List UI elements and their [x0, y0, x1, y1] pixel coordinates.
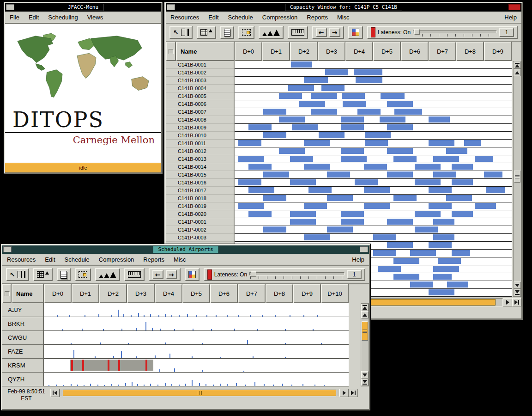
airports-vertical-scrollbar[interactable]: [361, 303, 369, 386]
gantt-bar[interactable]: [433, 234, 454, 240]
menu-item-schedule[interactable]: Schedule: [228, 14, 253, 21]
grid-inspect-button[interactable]: [197, 26, 216, 39]
gantt-bar[interactable]: [327, 226, 353, 232]
gantt-bar[interactable]: [429, 289, 454, 295]
select-all-header[interactable]: [2, 284, 12, 303]
gantt-bar[interactable]: [263, 109, 286, 115]
scroll-bottom-button[interactable]: [361, 379, 369, 386]
gantt-bar[interactable]: [438, 258, 461, 264]
gantt-bar[interactable]: [290, 179, 316, 185]
gantt-bar[interactable]: [452, 211, 473, 217]
gantt-row-label[interactable]: C141B-0012: [166, 147, 235, 155]
gantt-bar[interactable]: [387, 242, 413, 248]
grid-inspect-button[interactable]: [33, 268, 53, 281]
menu-item-edit[interactable]: Edit: [208, 14, 218, 21]
gantt-row-label[interactable]: C141B-0004: [166, 85, 235, 92]
gantt-bar[interactable]: [279, 148, 305, 154]
gantt-bar[interactable]: [387, 171, 413, 177]
select-tool-group[interactable]: ↖: [6, 268, 29, 281]
gantt-bar[interactable]: [311, 93, 337, 99]
menu-item-file[interactable]: File: [10, 14, 19, 21]
menu-item-help[interactable]: Help: [504, 14, 517, 21]
color-grid-button[interactable]: [185, 268, 200, 281]
hscroll-end-button[interactable]: [512, 298, 521, 306]
scroll-trough[interactable]: [361, 318, 369, 371]
menu-item-resources[interactable]: Resources: [170, 14, 199, 21]
airport-row-label[interactable]: FAZE: [2, 345, 44, 359]
gantt-bar[interactable]: [263, 226, 286, 232]
gantt-bar[interactable]: [486, 187, 505, 193]
scroll-right-button[interactable]: →: [329, 28, 340, 37]
gantt-bar[interactable]: [393, 258, 419, 264]
gantt-bar[interactable]: [311, 109, 337, 115]
day-column-header-d+1[interactable]: D+1: [72, 284, 99, 303]
maximize-gadget[interactable]: [360, 246, 368, 252]
gantt-bar[interactable]: [429, 116, 450, 122]
copy-page-button[interactable]: [220, 26, 234, 39]
slider-handle[interactable]: [251, 271, 256, 277]
gantt-bar[interactable]: [248, 124, 272, 130]
gantt-bar[interactable]: [248, 211, 272, 217]
scroll-trough[interactable]: [514, 76, 521, 281]
hscroll-trough[interactable]: [60, 389, 339, 397]
gantt-bar[interactable]: [304, 234, 330, 240]
airports-horizontal-scrollbar[interactable]: [50, 388, 358, 398]
gantt-bar[interactable]: [304, 203, 327, 209]
gantt-bar[interactable]: [364, 203, 390, 209]
airports-titlebar[interactable]: Scheduled Airports: [2, 245, 369, 254]
gantt-bar[interactable]: [290, 156, 313, 162]
gantt-bar[interactable]: [433, 266, 459, 272]
gantt-bar[interactable]: [373, 250, 396, 256]
gantt-bar[interactable]: [387, 101, 413, 107]
gantt-row-label[interactable]: C141B-0014: [166, 163, 235, 171]
gantt-bar[interactable]: [304, 140, 330, 146]
scroll-top-button[interactable]: [514, 61, 521, 69]
region-select-button[interactable]: [75, 268, 91, 281]
hscroll-end-button[interactable]: [349, 389, 358, 397]
gantt-bar[interactable]: [415, 164, 441, 170]
gantt-bar[interactable]: [429, 203, 452, 209]
color-grid-button[interactable]: [348, 26, 363, 39]
gantt-bar[interactable]: [378, 266, 401, 272]
day-column-header-d+6[interactable]: D+6: [210, 284, 238, 303]
gantt-row-label[interactable]: C141B-0015: [166, 171, 235, 179]
gantt-bar[interactable]: [248, 164, 272, 170]
scroll-bottom-button[interactable]: [514, 289, 521, 296]
gantt-bar[interactable]: [415, 226, 438, 232]
scroll-top-button[interactable]: [361, 304, 369, 311]
menu-item-views[interactable]: Views: [87, 14, 103, 21]
slider-handle[interactable]: [414, 29, 420, 35]
gantt-row-label[interactable]: C141B-0011: [166, 140, 235, 147]
gantt-bar[interactable]: [288, 85, 314, 91]
scroll-left-button[interactable]: ←: [316, 28, 327, 37]
gantt-row-label[interactable]: C141B-0009: [166, 124, 235, 132]
gantt-row-label[interactable]: C141B-0018: [166, 195, 235, 202]
menu-item-reports[interactable]: Reports: [143, 256, 164, 263]
window-menu-gadget[interactable]: [3, 246, 12, 252]
capacity-saturation-block[interactable]: [70, 360, 153, 371]
gantt-bar[interactable]: [304, 77, 328, 83]
gantt-bar[interactable]: [387, 148, 413, 154]
day-column-header-d+8[interactable]: D+8: [266, 284, 293, 303]
menu-item-resources[interactable]: Resources: [7, 256, 36, 263]
scroll-thumb[interactable]: [514, 171, 520, 183]
gantt-bar[interactable]: [357, 109, 381, 115]
gantt-bar[interactable]: [355, 179, 378, 185]
scroll-left-button[interactable]: ←: [152, 270, 163, 279]
gantt-bar[interactable]: [308, 187, 332, 193]
gantt-row-label[interactable]: C141B-0006: [166, 100, 235, 108]
gantt-bar[interactable]: [415, 179, 441, 185]
gantt-bar[interactable]: [475, 156, 493, 162]
gantt-bar[interactable]: [341, 148, 364, 154]
gantt-bar[interactable]: [393, 195, 417, 201]
gantt-bar[interactable]: [341, 116, 364, 122]
gantt-bar[interactable]: [341, 211, 364, 217]
gantt-bar[interactable]: [387, 219, 413, 225]
gantt-bar[interactable]: [248, 187, 274, 193]
airport-row-label[interactable]: KRSM: [2, 359, 44, 373]
gantt-bar[interactable]: [365, 140, 388, 146]
gantt-bar[interactable]: [429, 242, 452, 248]
gantt-bar[interactable]: [393, 274, 419, 280]
day-column-header-d+2[interactable]: D+2: [99, 284, 127, 303]
gantt-bar[interactable]: [364, 187, 390, 193]
